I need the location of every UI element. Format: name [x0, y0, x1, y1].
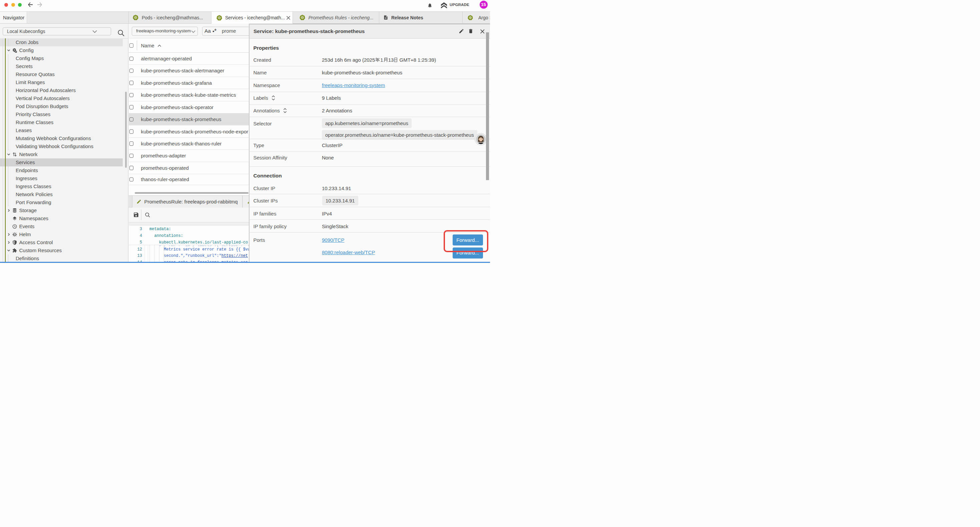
svg-text:HELM: HELM	[13, 234, 17, 236]
